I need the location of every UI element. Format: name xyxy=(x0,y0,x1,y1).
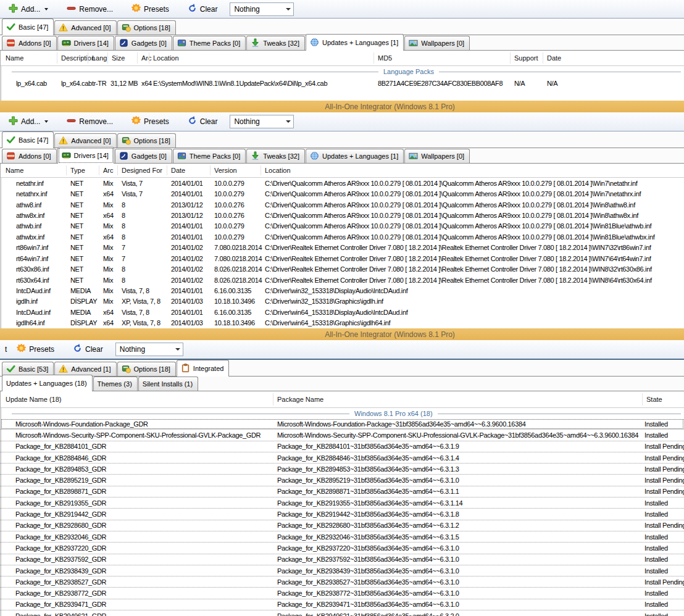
table-row[interactable]: rt86win7.infNETMix72014/01/027.080.0218.… xyxy=(1,243,684,253)
tab-updates[interactable]: Updates + Languages [1] xyxy=(306,34,404,51)
add-button[interactable]: Add... xyxy=(5,2,52,16)
column-header-support[interactable]: Support xyxy=(514,51,538,65)
table-row[interactable]: Package_for_KB2932046_GDRPackage_for_KB2… xyxy=(1,531,684,543)
remove-button[interactable]: Remove... xyxy=(63,2,117,16)
column-header-date[interactable]: Date xyxy=(171,164,185,177)
column-header-type[interactable]: Type xyxy=(70,164,85,177)
presets-button[interactable]: Presets xyxy=(13,343,58,356)
column-header-arc[interactable]: Arc xyxy=(141,51,152,65)
table-row[interactable]: athwb.infNETMix82014/01/0110.0.0.279C:\D… xyxy=(1,221,684,231)
tab-themes-3[interactable]: Themes (3) xyxy=(93,377,138,391)
table-row[interactable]: Package_for_KB2894853_GDRPackage_for_KB2… xyxy=(1,464,684,475)
presets-button[interactable]: Presets xyxy=(128,115,173,128)
column-header-version[interactable]: Version xyxy=(214,164,237,177)
column-header-package-name[interactable]: Package Name xyxy=(277,391,323,407)
preset-combo[interactable]: Nothing xyxy=(230,2,294,16)
table-row[interactable]: Package_for_KB2949621_GDRPackage_for_KB2… xyxy=(1,610,684,616)
table-row[interactable]: Package_for_KB2939471_GDRPackage_for_KB2… xyxy=(1,599,684,610)
tab-check[interactable]: Basic [53] xyxy=(2,362,54,376)
table-row[interactable]: Package_for_KB2919355_GDRPackage_for_KB2… xyxy=(1,497,684,509)
column-header-location[interactable]: Location xyxy=(265,164,291,177)
table-row[interactable]: Package_for_KB2898871_GDRPackage_for_KB2… xyxy=(1,486,684,497)
tab-warning[interactable]: Advanced [0] xyxy=(54,20,116,35)
table-row[interactable]: Package_for_KB2884101_GDRPackage_for_KB2… xyxy=(1,441,684,452)
column-header-state[interactable]: State xyxy=(646,391,662,407)
clear-button[interactable]: Clear xyxy=(69,343,107,356)
table-row[interactable]: Package_for_KB2938527_GDRPackage_for_KB2… xyxy=(1,576,684,588)
tab-wallpapers[interactable]: Wallpapers [0] xyxy=(404,149,470,163)
table-row[interactable]: igdlh64.infDİSPLAYx64XP, Vista, 7, 82014… xyxy=(1,317,684,328)
table-row[interactable]: Microsoft-Windows-Foundation-Package_GDR… xyxy=(1,418,684,430)
column-header-update-name-18[interactable]: Update Name (18) xyxy=(6,391,62,407)
tab-drivers[interactable]: Drivers [14] xyxy=(57,147,114,164)
tab-updates[interactable]: Updates + Languages [1] xyxy=(306,149,404,163)
main-tab-row: Basic [47]Advanced [0]Options [18] xyxy=(0,131,684,148)
preset-combo[interactable]: Nothing xyxy=(115,343,183,356)
column-header-size[interactable]: Size xyxy=(112,51,125,65)
tab-wallpapers[interactable]: Wallpapers [0] xyxy=(404,36,470,50)
table-row[interactable]: Package_for_KB2895219_GDRPackage_for_KB2… xyxy=(1,475,684,486)
table-row[interactable]: netathrx.infNETx64Vista, 72014/01/0110.0… xyxy=(1,188,684,199)
table-row[interactable]: Package_for_KB2919442_GDRPackage_for_KB2… xyxy=(1,509,684,520)
table-row[interactable]: Package_for_KB2937592_GDRPackage_for_KB2… xyxy=(1,554,684,565)
tab-drivers[interactable]: Drivers [14] xyxy=(57,36,114,50)
cell: rt64win7.inf xyxy=(16,253,48,264)
tab-updates-languages-18[interactable]: Updates + Languages (18) xyxy=(2,375,93,391)
cell: Installed xyxy=(644,418,668,429)
clear-button[interactable]: Clear xyxy=(184,2,222,16)
presets-button[interactable]: Presets xyxy=(128,2,173,16)
tab-gadgets[interactable]: Gadgets [0] xyxy=(115,149,172,163)
column-header-md5[interactable]: MD5 xyxy=(378,51,392,65)
table-row[interactable]: IntcDAud.infMEDIAMixVista, 7, 82014/01/0… xyxy=(1,285,684,296)
table-row[interactable]: Package_for_KB2884846_GDRPackage_for_KB2… xyxy=(1,452,684,464)
drivers-table: NameTypeArcDesigned ForDateVersionLocati… xyxy=(0,164,684,328)
tab-tweaks[interactable]: Tweaks [32] xyxy=(246,36,305,50)
tab-addons[interactable]: Addons [0] xyxy=(2,36,57,50)
table-row[interactable]: igdlh.infDİSPLAYMixXP, Vista, 7, 82014/0… xyxy=(1,296,684,307)
tab-themes[interactable]: Theme Packs [0] xyxy=(173,149,246,163)
remove-button[interactable]: Remove... xyxy=(63,115,117,128)
table-row[interactable]: rt64win7.infNETMix72014/01/027.080.0218.… xyxy=(1,253,684,264)
table-row[interactable]: athwbx.infNETx6482014/01/0110.0.0.279C:\… xyxy=(1,231,684,242)
table-row[interactable]: athw8.infNETMix82013/01/1210.0.0.276C:\D… xyxy=(1,199,684,210)
add-dropdown-arrow[interactable] xyxy=(44,8,48,10)
tab-warning[interactable]: Advanced [0] xyxy=(54,133,116,148)
column-header-date[interactable]: Date xyxy=(547,51,561,65)
table-row[interactable]: rt630x86.infNETMix82014/01/028.026.0218.… xyxy=(1,264,684,274)
column-header-lang[interactable]: Lang xyxy=(92,51,107,65)
clear-button[interactable]: Clear xyxy=(184,115,222,128)
table-row[interactable]: Package_for_KB2938772_GDRPackage_for_KB2… xyxy=(1,588,684,599)
tab-options[interactable]: Options [18] xyxy=(117,133,176,148)
column-header-location[interactable]: Location xyxy=(153,51,179,65)
table-row[interactable]: Package_for_KB2928680_GDRPackage_for_KB2… xyxy=(1,520,684,531)
tab-integrated[interactable]: Integrated xyxy=(177,360,230,377)
clear-button-label: Clear xyxy=(200,117,218,126)
table-row[interactable]: Microsoft-Windows-Security-SPP-Component… xyxy=(1,430,684,441)
column-header-name[interactable]: Name xyxy=(6,51,23,65)
tab-tweaks[interactable]: Tweaks [32] xyxy=(246,149,305,163)
tab-gadgets[interactable]: Gadgets [0] xyxy=(115,36,172,50)
tab-check[interactable]: Basic [47] xyxy=(2,19,54,35)
tab-warning[interactable]: Advanced [1] xyxy=(54,362,116,376)
column-header-description[interactable]: Description xyxy=(61,51,95,65)
column-header-name[interactable]: Name xyxy=(6,164,23,177)
column-header-designed-for[interactable]: Designed For xyxy=(122,164,162,177)
tab-themes[interactable]: Theme Packs [0] xyxy=(173,36,246,50)
add-button[interactable]: Add... xyxy=(5,115,52,128)
table-row[interactable]: Package_for_KB2937220_GDRPackage_for_KB2… xyxy=(1,543,684,554)
table-row[interactable]: netathr.infNETMixVista, 72014/01/0110.0.… xyxy=(1,178,684,188)
add-dropdown-arrow[interactable] xyxy=(44,120,48,123)
table-row[interactable]: lp_x64.cablp_x64.cabtr-TR31,12 MBx64E:\S… xyxy=(1,77,684,89)
preset-combo[interactable]: Nothing xyxy=(230,115,294,128)
table-row[interactable]: athw8x.infNETx6482013/01/1210.0.0.276C:\… xyxy=(1,210,684,220)
table-row[interactable]: Package_for_KB2938439_GDRPackage_for_KB2… xyxy=(1,565,684,576)
tab-options[interactable]: Options [18] xyxy=(117,362,176,376)
tab-options[interactable]: Options [18] xyxy=(117,20,176,35)
table-row[interactable]: IntcDAud.infMEDIAx64Vista, 7, 82014/01/0… xyxy=(1,307,684,317)
tab-check[interactable]: Basic [47] xyxy=(2,131,54,148)
tab-addons[interactable]: Addons [0] xyxy=(2,149,57,163)
cell: 10.0.0.279 xyxy=(214,188,244,199)
table-row[interactable]: rt630x64.infNETMix82014/01/028.026.0218.… xyxy=(1,275,684,285)
column-header-arc[interactable]: Arc xyxy=(103,164,114,177)
tab-silent-installs-1[interactable]: Silent Installs (1) xyxy=(138,377,198,391)
